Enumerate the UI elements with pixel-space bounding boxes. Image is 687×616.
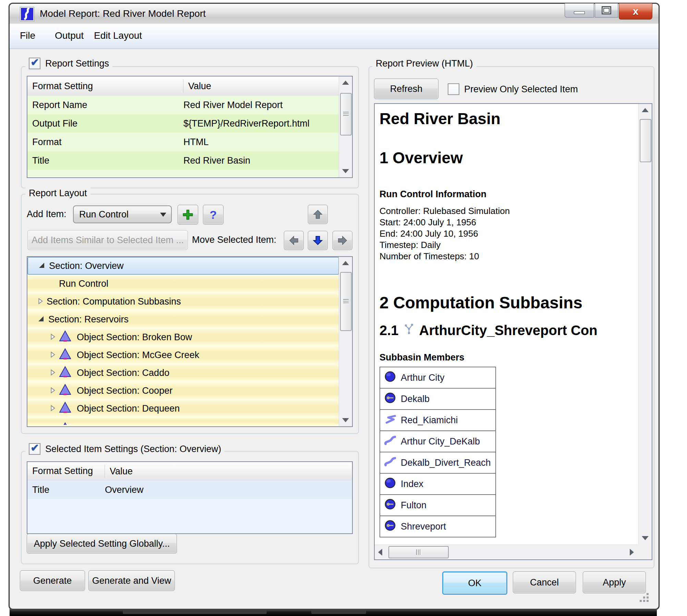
scrollbar-thumb[interactable] (640, 119, 651, 162)
tree-item-run-control[interactable]: Run Control (27, 275, 339, 293)
add-item-button[interactable] (178, 205, 198, 225)
scroll-left-icon[interactable] (378, 549, 382, 556)
tree-item-section-reservoirs[interactable]: Section: Reservoirs (27, 310, 339, 328)
collapsed-icon[interactable] (38, 296, 43, 307)
setting-name[interactable]: Format (27, 137, 183, 147)
scrollbar-thumb[interactable] (340, 93, 352, 135)
settings-table-header[interactable]: Format Setting Value (27, 462, 352, 481)
column-header-format-setting[interactable]: Format Setting (27, 465, 105, 478)
tree-item-object-mcgee-creek[interactable]: Object Section: McGee Creek (27, 346, 339, 364)
column-header-value[interactable]: Value (183, 81, 211, 92)
setting-value[interactable]: Overview (105, 485, 144, 495)
titlebar[interactable]: Model Report: Red River Model Report x (10, 4, 659, 24)
column-header-value[interactable]: Value (105, 466, 133, 477)
apply-label: Apply (603, 577, 626, 588)
collapsed-icon[interactable] (50, 368, 56, 378)
settings-vertical-scrollbar[interactable] (339, 76, 352, 177)
tree-item-partial[interactable] (27, 417, 339, 425)
preview-vertical-scrollbar[interactable] (638, 104, 652, 544)
setting-name[interactable]: Title (27, 485, 105, 495)
setting-name[interactable]: Report Name (27, 100, 183, 110)
help-button[interactable]: ? (203, 205, 224, 225)
setting-value[interactable]: Red River Model Report (183, 100, 283, 110)
run-control-line: Timestep: Daily (379, 239, 510, 251)
preview-subbasins-heading: 2 Computation Subbasins (379, 293, 582, 312)
collapsed-icon[interactable] (50, 403, 56, 414)
table-row[interactable]: Title Red River Basin (27, 151, 339, 170)
move-right-button[interactable] (333, 231, 352, 250)
tree-item-label: Object Section: Caddo (77, 368, 169, 378)
ok-label: OK (468, 578, 481, 589)
menu-output[interactable]: Output (52, 24, 86, 48)
tree-item-object-dequeen[interactable]: Object Section: Dequeen (27, 400, 339, 417)
move-selected-item-label: Move Selected Item: (192, 231, 276, 249)
scroll-up-icon[interactable] (642, 108, 649, 112)
confluence-object-icon (384, 413, 396, 427)
preview-horizontal-scrollbar[interactable] (375, 545, 637, 559)
scroll-down-icon[interactable] (342, 418, 349, 422)
expanded-icon[interactable] (38, 316, 44, 321)
menu-edit-layout[interactable]: Edit Layout (91, 24, 145, 48)
add-item-label: Add Item: (27, 205, 67, 223)
menu-file[interactable]: File (17, 24, 38, 48)
apply-button[interactable]: Apply (583, 571, 646, 593)
generate-button[interactable]: Generate (20, 570, 85, 591)
setting-value[interactable]: Red River Basin (183, 155, 250, 166)
move-left-button[interactable] (284, 231, 304, 250)
member-name: Shreveport (401, 521, 446, 532)
setting-name[interactable]: Output File (27, 118, 183, 129)
report-settings-checkbox[interactable] (29, 58, 40, 69)
move-up-button[interactable] (308, 205, 328, 224)
scrollbar-thumb[interactable] (340, 272, 352, 331)
reservoir-icon (59, 366, 71, 380)
subbasin-members-heading: Subbasin Members (379, 352, 465, 363)
generate-and-view-button[interactable]: Generate and View (88, 570, 175, 591)
table-filler-row (27, 170, 339, 177)
report-preview-pane[interactable]: Red River Basin 1 Overview Run Control I… (374, 103, 652, 560)
resize-grip[interactable] (640, 600, 642, 602)
collapsed-icon[interactable] (50, 386, 56, 396)
preview-title: Red River Basin (379, 109, 501, 128)
collapsed-icon[interactable] (50, 350, 56, 360)
collapsed-icon[interactable] (50, 332, 56, 343)
settings-table-header[interactable]: Format Setting Value (27, 76, 339, 96)
apply-selected-setting-globally-button[interactable]: Apply Selected Setting Globally... (27, 534, 177, 554)
tree-vertical-scrollbar[interactable] (339, 257, 352, 426)
restore-button[interactable] (595, 3, 618, 17)
table-row[interactable]: Format HTML (27, 133, 339, 151)
preview-only-checkbox[interactable] (448, 83, 459, 95)
run-control-line: Number of Timesteps: 10 (379, 251, 510, 262)
scrollbar-thumb[interactable] (388, 546, 449, 558)
restore-icon (602, 6, 611, 14)
scroll-right-icon[interactable] (630, 549, 634, 556)
scroll-up-icon[interactable] (342, 81, 349, 85)
scroll-down-icon[interactable] (342, 169, 349, 173)
tree-item-object-caddo[interactable]: Object Section: Caddo (27, 364, 339, 382)
setting-value[interactable]: ${TEMP}/RedRiverReport.html (183, 118, 310, 129)
scroll-up-icon[interactable] (342, 261, 349, 265)
tree-item-section-overview[interactable]: Section: Overview (27, 257, 339, 275)
add-item-combobox[interactable]: Run Control (73, 205, 172, 223)
column-header-format-setting[interactable]: Format Setting (27, 79, 183, 93)
selected-item-settings-checkbox[interactable] (29, 443, 40, 455)
tree-item-section-computation-subbasins[interactable]: Section: Computation Subbasins (27, 293, 339, 310)
tree-item-object-broken-bow[interactable]: Object Section: Broken Bow (27, 328, 339, 346)
member-row: Fulton (379, 494, 496, 516)
expanded-icon[interactable] (39, 263, 44, 268)
ok-button[interactable]: OK (442, 571, 507, 595)
add-similar-items-button[interactable]: Add Items Similar to Selected Item ... (27, 230, 188, 250)
table-row[interactable]: Report Name Red River Model Report (27, 96, 339, 114)
setting-name[interactable]: Title (27, 155, 183, 166)
reach-object-icon (384, 435, 396, 449)
close-button[interactable]: x (619, 3, 652, 20)
table-row[interactable]: Output File ${TEMP}/RedRiverReport.html (27, 114, 339, 133)
scroll-down-icon[interactable] (642, 536, 649, 540)
chevron-down-icon (160, 213, 166, 217)
minimize-button[interactable] (565, 3, 594, 17)
setting-value[interactable]: HTML (183, 137, 209, 147)
table-row[interactable]: Title Overview (27, 481, 352, 499)
tree-item-object-cooper[interactable]: Object Section: Cooper (27, 382, 339, 400)
move-down-button[interactable] (308, 231, 328, 250)
cancel-button[interactable]: Cancel (513, 571, 576, 593)
refresh-button[interactable]: Refresh (374, 79, 438, 99)
